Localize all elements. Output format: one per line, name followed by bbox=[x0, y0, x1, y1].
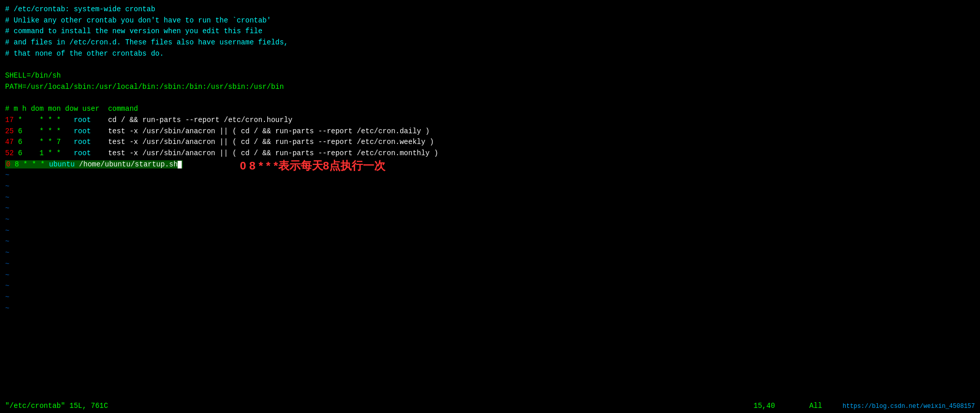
tilde-4: ~ bbox=[5, 203, 975, 214]
tilde-13: ~ bbox=[5, 303, 975, 314]
cron-line-4: 52 6 1 * * root test -x /usr/sbin/anacro… bbox=[5, 148, 975, 159]
tilde-11: ~ bbox=[5, 281, 975, 292]
tilde-5: ~ bbox=[5, 214, 975, 226]
status-url: https://blog.csdn.net/weixin_4508157 bbox=[843, 402, 975, 411]
blank-1 bbox=[5, 59, 975, 70]
line-shell: SHELL=/bin/sh bbox=[5, 70, 975, 82]
line-comment-5: # that none of the other crontabs do. bbox=[5, 48, 975, 60]
tilde-10: ~ bbox=[5, 270, 975, 281]
tilde-9: ~ bbox=[5, 259, 975, 270]
line-comment-3: # command to install the new version whe… bbox=[5, 26, 975, 37]
cron-line-5: 0 8 * * * ubuntu /home/ubuntu/startup.sh bbox=[5, 159, 975, 171]
line-comment-4: # and files in /etc/cron.d. These files … bbox=[5, 37, 975, 48]
blank-2 bbox=[5, 93, 975, 104]
tilde-3: ~ bbox=[5, 192, 975, 204]
status-position: 15,40 All bbox=[753, 401, 822, 412]
tilde-1: ~ bbox=[5, 170, 975, 181]
tilde-8: ~ bbox=[5, 248, 975, 259]
tilde-2: ~ bbox=[5, 181, 975, 192]
line-comment-1: # /etc/crontab: system-wide crontab bbox=[5, 4, 975, 15]
tilde-7: ~ bbox=[5, 236, 975, 248]
statusbar: "/etc/crontab" 15L, 761C 15,40 All https… bbox=[0, 400, 980, 413]
terminal: # /etc/crontab: system-wide crontab # Un… bbox=[0, 0, 980, 413]
line-path: PATH=/usr/local/sbin:/usr/local/bin:/sbi… bbox=[5, 82, 975, 93]
cron-line-2: 25 6 * * * root test -x /usr/sbin/anacro… bbox=[5, 126, 975, 137]
status-file-info: "/etc/crontab" 15L, 761C bbox=[5, 401, 108, 412]
tilde-6: ~ bbox=[5, 226, 975, 237]
cron-line-1: 17 * * * * root cd / && run-parts --repo… bbox=[5, 115, 975, 126]
annotation-text: 0 8 * * *表示每天8点执行一次 bbox=[240, 157, 385, 175]
line-header: # m h dom mon dow user command bbox=[5, 104, 975, 115]
line-comment-2: # Unlike any other crontab you don't hav… bbox=[5, 15, 975, 27]
tilde-12: ~ bbox=[5, 292, 975, 303]
cron-line-3: 47 6 * * 7 root test -x /usr/sbin/anacro… bbox=[5, 137, 975, 148]
